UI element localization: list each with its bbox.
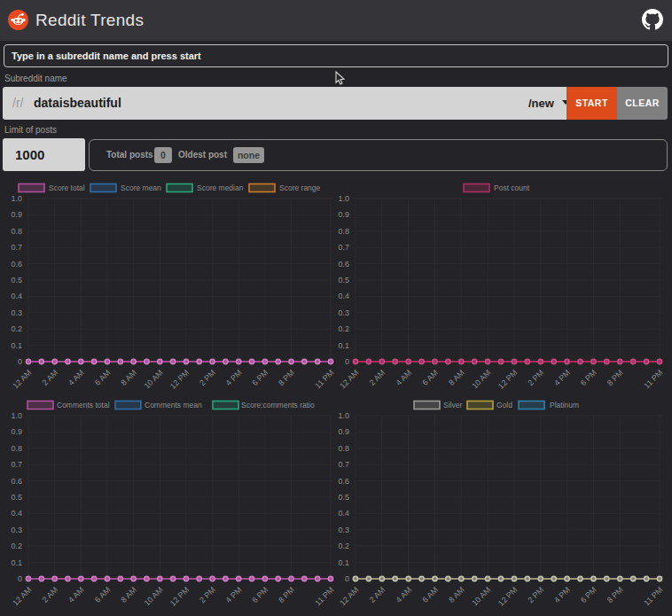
- svg-text:Score total: Score total: [49, 183, 85, 192]
- svg-text:8 PM: 8 PM: [277, 368, 296, 387]
- svg-text:4 AM: 4 AM: [66, 585, 86, 604]
- svg-text:0.4: 0.4: [338, 292, 349, 300]
- svg-text:6 AM: 6 AM: [93, 368, 113, 387]
- svg-text:1.0: 1.0: [338, 194, 349, 203]
- svg-text:Comments total: Comments total: [57, 401, 110, 409]
- svg-text:10 AM: 10 AM: [143, 585, 165, 607]
- svg-text:8 AM: 8 AM: [119, 585, 138, 604]
- svg-text:Post count: Post count: [494, 183, 530, 192]
- svg-text:0.6: 0.6: [11, 477, 22, 486]
- svg-text:8 PM: 8 PM: [606, 585, 625, 604]
- svg-text:12 PM: 12 PM: [496, 585, 519, 607]
- svg-text:Comments mean: Comments mean: [145, 401, 202, 409]
- svg-text:0.9: 0.9: [338, 427, 349, 436]
- svg-text:0.3: 0.3: [338, 526, 349, 534]
- svg-text:0.1: 0.1: [338, 341, 349, 350]
- svg-text:4 AM: 4 AM: [66, 368, 86, 387]
- svg-text:12 PM: 12 PM: [168, 368, 191, 390]
- svg-text:2 AM: 2 AM: [368, 585, 387, 604]
- svg-text:0: 0: [18, 574, 22, 583]
- svg-text:Score mean: Score mean: [121, 183, 161, 192]
- svg-text:2 AM: 2 AM: [368, 368, 387, 387]
- svg-text:0.5: 0.5: [338, 493, 349, 502]
- svg-text:6 PM: 6 PM: [250, 585, 270, 604]
- svg-text:Silver: Silver: [443, 401, 462, 409]
- svg-text:10 AM: 10 AM: [470, 585, 492, 607]
- svg-text:4 AM: 4 AM: [395, 585, 414, 604]
- svg-text:12 AM: 12 AM: [338, 368, 360, 390]
- svg-text:0.7: 0.7: [11, 460, 22, 469]
- svg-text:0.7: 0.7: [338, 243, 349, 252]
- svg-text:0.6: 0.6: [11, 260, 22, 269]
- svg-text:11 PM: 11 PM: [642, 368, 664, 390]
- svg-text:0.8: 0.8: [338, 444, 349, 453]
- svg-text:0.5: 0.5: [338, 276, 349, 285]
- svg-text:0.3: 0.3: [338, 308, 349, 317]
- svg-text:10 AM: 10 AM: [143, 368, 165, 390]
- svg-text:0.3: 0.3: [11, 308, 22, 317]
- svg-text:2 PM: 2 PM: [198, 368, 217, 387]
- svg-text:0: 0: [345, 574, 349, 583]
- svg-text:12 AM: 12 AM: [11, 368, 33, 390]
- svg-text:4 PM: 4 PM: [552, 368, 572, 387]
- svg-text:2 AM: 2 AM: [41, 585, 60, 604]
- svg-text:4 PM: 4 PM: [224, 585, 244, 604]
- svg-text:4 PM: 4 PM: [224, 368, 244, 387]
- svg-text:2 PM: 2 PM: [526, 585, 545, 604]
- svg-text:Score range: Score range: [279, 183, 321, 192]
- svg-text:6 PM: 6 PM: [579, 368, 598, 387]
- svg-text:0.4: 0.4: [338, 509, 349, 518]
- svg-text:0: 0: [18, 357, 22, 366]
- svg-text:0.3: 0.3: [11, 526, 22, 534]
- svg-text:12 PM: 12 PM: [168, 585, 191, 607]
- svg-text:0.2: 0.2: [11, 542, 22, 550]
- svg-text:0.4: 0.4: [11, 509, 22, 518]
- svg-text:0.1: 0.1: [11, 558, 22, 567]
- svg-text:Platinum: Platinum: [550, 401, 579, 409]
- svg-text:Score:comments ratio: Score:comments ratio: [241, 401, 315, 409]
- svg-text:0.6: 0.6: [338, 477, 349, 486]
- svg-text:0.4: 0.4: [11, 292, 22, 300]
- svg-text:11 PM: 11 PM: [313, 368, 335, 390]
- svg-text:8 PM: 8 PM: [606, 368, 625, 387]
- svg-text:4 PM: 4 PM: [552, 585, 572, 604]
- svg-text:6 AM: 6 AM: [420, 368, 440, 387]
- svg-text:0.8: 0.8: [11, 227, 22, 236]
- svg-text:8 AM: 8 AM: [447, 368, 466, 387]
- svg-text:0.2: 0.2: [338, 324, 349, 333]
- svg-text:0.9: 0.9: [338, 210, 349, 219]
- svg-text:11 PM: 11 PM: [642, 585, 664, 607]
- svg-text:0.9: 0.9: [11, 210, 22, 219]
- svg-text:12 AM: 12 AM: [338, 585, 360, 607]
- svg-text:0.6: 0.6: [338, 260, 349, 269]
- svg-text:0.8: 0.8: [338, 227, 349, 236]
- svg-text:0.7: 0.7: [338, 460, 349, 469]
- svg-text:2 PM: 2 PM: [198, 585, 217, 604]
- svg-text:0.9: 0.9: [11, 427, 22, 436]
- svg-text:1.0: 1.0: [338, 411, 349, 420]
- svg-text:8 AM: 8 AM: [119, 368, 138, 387]
- svg-text:2 PM: 2 PM: [526, 368, 545, 387]
- svg-text:6 PM: 6 PM: [250, 368, 270, 387]
- svg-text:Score median: Score median: [197, 183, 244, 192]
- svg-text:0.5: 0.5: [11, 276, 22, 285]
- svg-text:6 AM: 6 AM: [420, 585, 440, 604]
- svg-text:0.8: 0.8: [11, 444, 22, 453]
- svg-text:4 AM: 4 AM: [395, 368, 414, 387]
- svg-text:0.2: 0.2: [338, 542, 349, 550]
- svg-text:0.5: 0.5: [11, 493, 22, 502]
- svg-text:0.7: 0.7: [11, 243, 22, 252]
- svg-text:2 AM: 2 AM: [41, 368, 60, 387]
- svg-text:1.0: 1.0: [11, 194, 22, 203]
- svg-text:0.1: 0.1: [11, 341, 22, 350]
- svg-text:Gold: Gold: [496, 401, 512, 409]
- svg-text:6 AM: 6 AM: [93, 585, 113, 604]
- svg-text:1.0: 1.0: [11, 411, 22, 420]
- svg-text:10 AM: 10 AM: [470, 368, 492, 390]
- svg-text:11 PM: 11 PM: [313, 585, 335, 607]
- svg-text:0: 0: [345, 357, 349, 366]
- svg-text:8 PM: 8 PM: [277, 585, 296, 604]
- svg-text:6 PM: 6 PM: [579, 585, 598, 604]
- svg-text:12 AM: 12 AM: [11, 585, 33, 607]
- svg-text:0.1: 0.1: [338, 558, 349, 567]
